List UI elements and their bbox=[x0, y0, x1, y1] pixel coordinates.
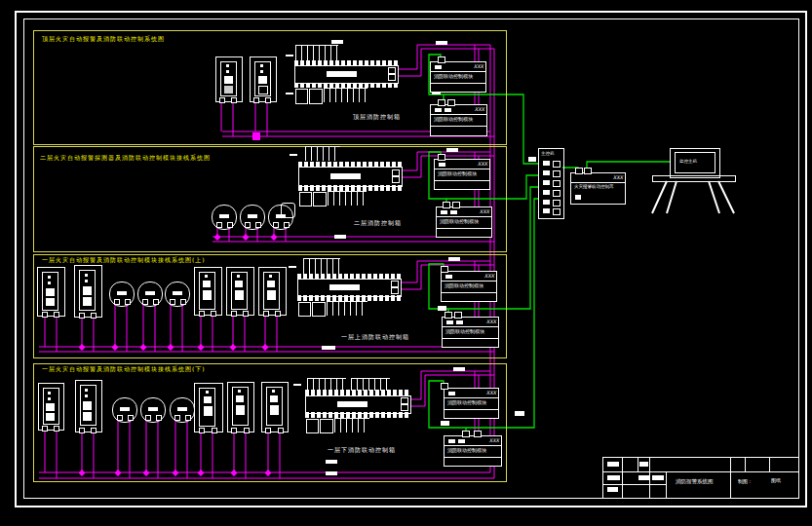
box-mark: XXX bbox=[480, 208, 489, 215]
box-terminal bbox=[454, 312, 462, 319]
smoke-detector bbox=[165, 282, 190, 307]
cad-fire-alarm-drawing: 顶层火灾自动报警及消防联动控制系统图 顶层消防控制箱 XXX 消防联动控制模块 bbox=[0, 0, 812, 526]
section-title: 一层火灾自动报警及消防联动控制模块接线系统图(下) bbox=[42, 365, 206, 373]
distribution-strip bbox=[294, 65, 399, 84]
strip-block bbox=[312, 302, 326, 317]
alarm-bell-box bbox=[227, 382, 254, 432]
terminal-comb bbox=[327, 301, 367, 316]
alarm-bell-box bbox=[194, 383, 223, 432]
box-terminal bbox=[443, 202, 450, 208]
manual-call-point bbox=[215, 56, 243, 102]
box-mark: XXX bbox=[489, 437, 499, 444]
box-mark: XXX bbox=[486, 390, 496, 396]
control-module-box: XXX 消防联动控制模块 bbox=[444, 435, 502, 467]
section-title: 一层火灾自动报警及消防联动控制模块接线系统图(上) bbox=[42, 256, 206, 264]
box-label: 消防联动控制模块 bbox=[440, 218, 479, 224]
wire-tag bbox=[515, 411, 524, 416]
box-label: 消防联动控制模块 bbox=[434, 116, 473, 122]
strip-arrow bbox=[290, 154, 297, 156]
strip-block bbox=[320, 419, 333, 433]
strip-block bbox=[298, 302, 311, 317]
box-terminal bbox=[441, 383, 448, 390]
terminal-comb bbox=[324, 88, 367, 102]
title-block: 消防报警系统图 制图： 图纸 bbox=[602, 457, 799, 499]
box-mark: XXX bbox=[486, 319, 496, 325]
terminal-comb bbox=[328, 191, 367, 206]
panel-terminal bbox=[584, 168, 592, 174]
credit-label: 制图： bbox=[738, 478, 753, 484]
manual-call-point bbox=[250, 56, 277, 102]
monitor-screen: 监控主机 bbox=[670, 148, 720, 178]
strip-block bbox=[309, 89, 323, 104]
wire-tag bbox=[528, 157, 536, 162]
sheet-label: 图纸 bbox=[771, 477, 781, 483]
box-terminal bbox=[441, 266, 448, 273]
panel-mark: XXX bbox=[613, 174, 623, 181]
panel-terminal bbox=[575, 168, 583, 174]
fire-alarm-control-panel: XXX 火灾报警联动控制器 bbox=[570, 172, 626, 205]
distribution-strip bbox=[298, 167, 403, 187]
control-module-box: XXX 消防联动控制模块 bbox=[434, 159, 490, 190]
terminal-comb bbox=[295, 45, 338, 61]
strip-caption: 一层下消防联动控制箱 bbox=[328, 446, 396, 453]
box-terminal bbox=[438, 56, 445, 63]
strip-arrow bbox=[286, 55, 293, 56]
valve-symbol bbox=[281, 203, 295, 218]
box-mark: XXX bbox=[484, 273, 494, 280]
manual-call-point bbox=[74, 265, 102, 318]
box-label: 消防联动控制模块 bbox=[447, 399, 486, 405]
smoke-detector bbox=[240, 205, 265, 230]
strip-block bbox=[306, 419, 319, 433]
control-module-box: XXX 消防联动控制模块 bbox=[442, 317, 499, 348]
manual-call-point bbox=[37, 267, 65, 317]
desk-legs bbox=[652, 181, 734, 213]
box-label: 消防联动控制模块 bbox=[447, 447, 486, 453]
smoke-detector bbox=[140, 397, 166, 423]
manual-call-point bbox=[38, 383, 64, 431]
box-mark: XXX bbox=[478, 161, 487, 168]
smoke-detector bbox=[170, 397, 195, 423]
alarm-bell-box bbox=[258, 267, 287, 316]
control-module-box: XXX 消防联动控制模块 bbox=[441, 271, 497, 302]
box-mark: XXX bbox=[475, 106, 484, 113]
control-module-box: XXX 消防联动控制模块 bbox=[444, 388, 499, 419]
panel-label: 火灾报警联动控制器 bbox=[574, 184, 614, 190]
strip-arrow bbox=[289, 266, 296, 268]
box-terminal bbox=[474, 431, 482, 437]
box-label: 消防联动控制模块 bbox=[445, 282, 483, 288]
smoke-detector bbox=[212, 205, 237, 230]
section-title: 顶层火灾自动报警及消防联动控制系统图 bbox=[42, 35, 165, 43]
terminal-comb bbox=[303, 258, 340, 274]
smoke-detector bbox=[109, 282, 135, 307]
box-terminal bbox=[447, 99, 455, 106]
strip-arrow bbox=[293, 384, 301, 386]
alarm-bell-box bbox=[226, 267, 254, 316]
alarm-bell-box bbox=[261, 382, 289, 432]
strip-caption: 顶层消防控制箱 bbox=[353, 113, 401, 120]
control-module-box: XXX 消防联动控制模块 bbox=[436, 207, 492, 238]
box-mark: XXX bbox=[474, 63, 483, 70]
box-terminal bbox=[438, 154, 445, 161]
smoke-detector bbox=[137, 282, 163, 307]
box-label: 消防联动控制模块 bbox=[438, 170, 477, 176]
box-label: 消防联动控制模块 bbox=[434, 73, 473, 79]
drawing-title: 消防报警系统图 bbox=[676, 478, 714, 484]
section-title: 二层火灾自动报警探测器及消防联动控制模块接线系统图 bbox=[40, 154, 211, 162]
box-label: 消防联动控制模块 bbox=[445, 328, 484, 334]
alarm-bell-box bbox=[194, 267, 222, 316]
box-terminal bbox=[438, 99, 445, 106]
desk-top bbox=[652, 175, 736, 182]
box-terminal bbox=[452, 202, 460, 208]
monitor-label: 监控主机 bbox=[679, 159, 697, 165]
terminal-comb bbox=[305, 146, 340, 161]
terminal-comb bbox=[334, 418, 369, 432]
strip-arrow bbox=[286, 93, 293, 94]
riser-terminal-cabinet: 主控机 bbox=[538, 148, 564, 219]
control-module-box: XXX 消防联动控制模块 bbox=[430, 104, 487, 136]
strip-block bbox=[295, 89, 308, 104]
box-terminal bbox=[445, 312, 452, 319]
control-module-box: XXX 消防联动控制模块 bbox=[430, 61, 486, 93]
strip-block bbox=[313, 192, 327, 207]
riser-label: 主控机 bbox=[541, 151, 555, 157]
strip-caption: 一层上消防联动控制箱 bbox=[341, 333, 409, 340]
